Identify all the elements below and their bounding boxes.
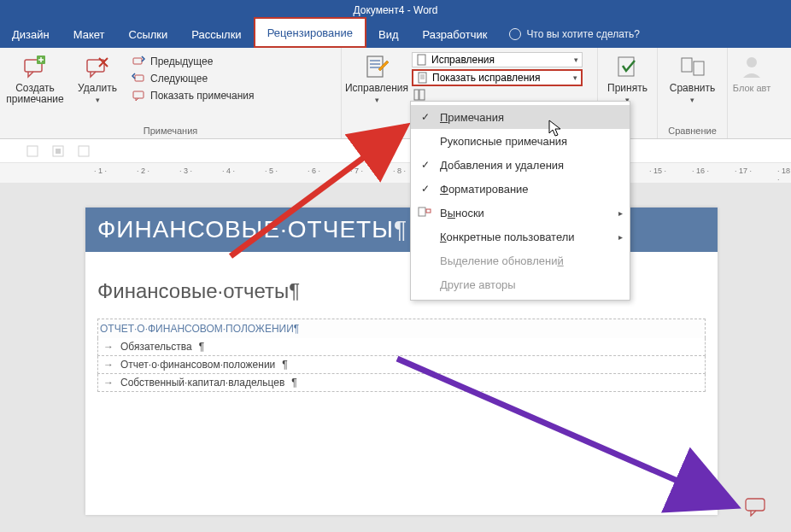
tab-mailings-label: Рассылки [191,28,241,41]
chevron-down-icon: ▾ [690,96,694,104]
tab-review-label: Рецензирование [267,26,353,39]
dd-ink[interactable]: Рукописные примечания [411,129,630,153]
dd-balloons[interactable]: Выноски ▸ [411,201,630,225]
toc-item-text: Собственный·капитал·владельцев [120,377,284,389]
display-for-review-combo[interactable]: Исправления ▾ [412,52,583,67]
tab-review[interactable]: Рецензирование [254,17,366,48]
tab-developer[interactable]: Разработчик [411,20,500,48]
check-icon: ✓ [418,159,433,171]
tab-references-label: Ссылки [129,28,168,41]
tell-me[interactable]: Что вы хотите сделать? [509,28,640,40]
svg-point-14 [747,57,757,67]
check-icon: ✓ [418,183,433,195]
show-markup-combo[interactable]: Показать исправления ▾ [412,69,583,86]
check-icon: ✓ [418,111,433,123]
person-icon [738,54,765,81]
document-icon [416,54,428,66]
svg-rect-13 [694,61,704,75]
block-authors-button[interactable]: Блок авт [731,50,772,138]
tell-me-label: Что вы хотите сделать? [526,28,640,40]
svg-rect-10 [419,90,425,100]
svg-rect-4 [135,75,144,81]
compare-label: Сравнить [670,83,715,94]
toc-row[interactable]: → Собственный·капитал·владельцев¶ [97,374,706,392]
reviewing-pane-icon [413,89,425,101]
display-for-review-label: Исправления [431,54,495,66]
show-markup-dropdown: ✓ Примечания Рукописные примечания ✓ Доб… [410,101,630,301]
chevron-down-icon: ▾ [96,96,100,104]
svg-rect-9 [414,90,419,100]
subheading-text: Финансовые·отчеты [97,279,289,302]
tab-developer-label: Разработчик [423,28,488,41]
previous-icon [132,55,145,68]
chevron-right-icon: ▸ [618,208,623,218]
balloons-icon [418,207,433,219]
next-icon [132,72,145,85]
ruler[interactable]: · 1 ·· 2 ·· 3 · · 4 ·· 5 ·· 6 · · 7 ·· 8… [0,163,791,184]
next-comment-button[interactable]: Следующее [128,71,273,86]
track-changes-icon [363,54,390,81]
document-area[interactable]: ФИНАНСОВЫЕ·ОТЧЕТЫ¶ Финансовые·отчеты¶ ОТ… [0,184,791,532]
title-text: Документ4 - Word [353,4,437,16]
dd-specific[interactable]: Конкретные пользователи ▸ [411,225,630,248]
toc-item-text: Отчет·о·финансовом·положении [120,359,275,371]
svg-rect-11 [618,57,634,76]
svg-rect-12 [682,58,692,72]
pilcrow-icon: ¶ [394,216,407,243]
pilcrow-icon: ¶ [282,359,287,371]
ribbon: Создать примечание Удалить ▾ Предыдущее … [0,48,791,139]
tab-design[interactable]: Дизайн [0,20,62,48]
new-comment-button[interactable]: Создать примечание [3,50,67,124]
svg-rect-3 [133,58,142,64]
toc-title[interactable]: ОТЧЕТ·О·ФИНАНСОВОМ·ПОЛОЖЕНИИ¶ [97,319,706,338]
toc-row[interactable]: → Обязательства¶ [97,338,706,356]
tab-references[interactable]: Ссылки [117,20,180,48]
pilcrow-icon: ¶ [289,279,300,302]
pilcrow-icon: ¶ [199,341,204,353]
show-comments-label: Показать примечания [150,90,255,102]
dd-other-label: Другие авторы [440,278,516,291]
track-changes-button[interactable]: Исправления ▾ [345,50,408,134]
tab-view-label: Вид [378,28,399,41]
dd-insertions-label: Добавления и удаления [440,159,564,172]
previous-label: Предыдущее [150,56,213,67]
next-label: Следующее [150,73,208,85]
chevron-down-icon: ▾ [375,96,379,104]
previous-comment-button[interactable]: Предыдущее [128,54,273,69]
reviewing-pane-button[interactable] [412,88,583,102]
compare-icon [679,54,706,81]
dd-comments[interactable]: ✓ Примечания [411,105,630,129]
show-markup-label: Показать исправления [432,72,541,84]
qat-icon-3[interactable] [77,143,92,159]
svg-rect-8 [419,73,426,83]
svg-rect-21 [746,499,765,511]
qat-icon-2[interactable] [51,143,67,159]
tab-view[interactable]: Вид [366,20,411,48]
toc-row[interactable]: → Отчет·о·финансовом·положении¶ [97,356,706,374]
svg-rect-7 [418,55,425,65]
comment-balloon-icon[interactable] [745,498,767,517]
svg-rect-20 [79,146,89,156]
group-compare: Сравнить ▾ Сравнение [658,48,728,138]
delete-comment-button[interactable]: Удалить ▾ [70,50,125,124]
chevron-down-icon: ▾ [573,73,577,82]
dd-comments-label: Примечания [440,111,504,124]
show-comments-button[interactable]: Показать примечания [128,88,273,103]
qat-icon-1[interactable] [26,143,41,159]
toc: ОТЧЕТ·О·ФИНАНСОВОМ·ПОЛОЖЕНИИ¶ → Обязател… [97,319,706,392]
compare-button[interactable]: Сравнить ▾ [661,50,724,124]
dd-highlight-label: Выделение обновлений [440,254,564,267]
tab-mailings[interactable]: Рассылки [179,20,253,48]
tab-layout[interactable]: Макет [62,20,117,48]
svg-rect-6 [367,56,383,77]
dd-formatting[interactable]: ✓ Форматирование [411,177,630,201]
dd-insertions[interactable]: ✓ Добавления и удаления [411,153,630,177]
track-changes-label: Исправления [345,83,408,94]
new-comment-label: Создать примечание [3,83,67,105]
dd-balloons-label: Выноски [440,207,484,219]
pilcrow-icon: ¶ [291,377,296,389]
svg-rect-16 [426,209,431,213]
document-icon [417,72,429,84]
tab-strip: Дизайн Макет Ссылки Рассылки Рецензирова… [0,20,791,48]
dd-other: Другие авторы [411,272,630,296]
